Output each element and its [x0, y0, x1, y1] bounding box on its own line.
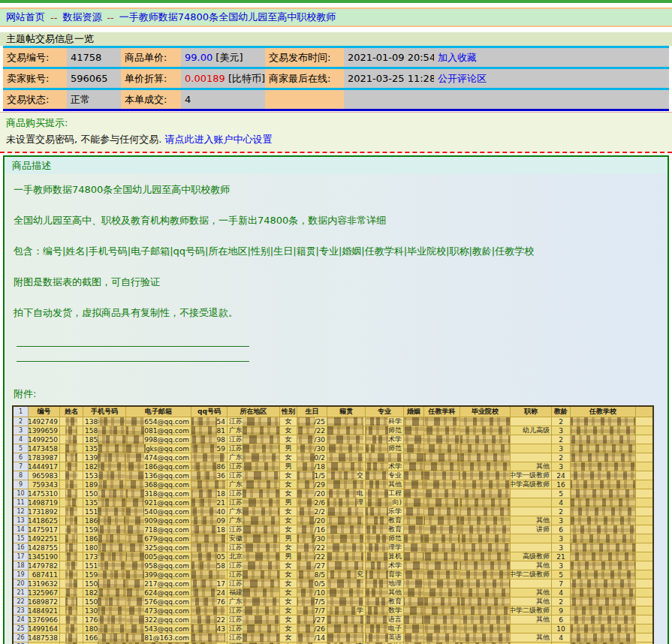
- sheet-cell: 广东: [228, 597, 280, 606]
- attachment-label: 附件:: [14, 387, 663, 401]
- sheet-cell: 1499164: [29, 624, 60, 633]
- cell-job-title: 其他: [536, 597, 550, 606]
- sheet-header-text: 毕业院校: [472, 407, 499, 417]
- cell-email: 474@qq.com: [144, 454, 189, 462]
- blurred-data-patch: [297, 498, 315, 507]
- blurred-data-patch: [297, 552, 315, 561]
- cell-gender: 女: [285, 489, 292, 498]
- add-favorite-link[interactable]: 加入收藏: [438, 51, 477, 65]
- blurred-data-patch: [366, 561, 388, 570]
- cell-teaching-years: 2: [559, 454, 563, 462]
- sheet-header-text: 编号: [38, 407, 51, 417]
- last-online-value: 2021-03-25 11:28: [344, 69, 434, 88]
- cell-qq: 59: [217, 445, 225, 453]
- blurred-data-patch: [65, 426, 77, 435]
- cell-gender: 女: [285, 579, 292, 588]
- blurred-data-patch: [98, 516, 125, 525]
- last-online-label: 商家最后在线:: [265, 69, 344, 88]
- sheet-cell: 59: [191, 444, 228, 453]
- cell-phone: 176: [85, 616, 98, 624]
- cell-region: 江苏: [229, 471, 243, 480]
- blurred-data-patch: [243, 570, 279, 579]
- cell-region: 江苏: [229, 570, 243, 579]
- blurred-data-patch: [571, 624, 635, 633]
- blurred-data-patch: [297, 453, 315, 462]
- sheet-cell: [424, 534, 460, 543]
- account-center-link[interactable]: 请点此进入账户中心设置: [165, 134, 273, 145]
- cell-region: 江苏: [229, 417, 243, 426]
- blurred-data-patch: [424, 561, 460, 570]
- cell-teaching-years: 4: [559, 589, 563, 597]
- sheet-cell: 1689872: [29, 597, 60, 606]
- blurred-data-patch: [243, 624, 279, 633]
- cell-major: 教育: [388, 525, 402, 534]
- cell-id: 1731892: [29, 508, 58, 516]
- cell-job-title: 幼儿高级: [523, 426, 550, 435]
- sheet-cell: 专业: [366, 471, 404, 480]
- sheet-cell: [511, 498, 552, 507]
- cell-job-title: 其他: [536, 462, 550, 471]
- cell-major: 术学: [388, 561, 402, 570]
- cell-qq: 36: [217, 472, 225, 480]
- blurred-data-patch: [65, 561, 77, 570]
- cell-email: 318@qq.com: [144, 490, 189, 498]
- blurred-data-patch: [98, 498, 125, 507]
- sheet-header-text: 教龄: [554, 407, 568, 417]
- sheet-cell: [511, 543, 552, 552]
- cell-major: 向): [392, 498, 402, 507]
- cell-major: 师范: [388, 534, 402, 543]
- blurred-data-patch: [327, 534, 363, 543]
- sheet-cell: 4: [552, 588, 571, 597]
- blurred-data-patch: [424, 570, 460, 579]
- sheet-cell: 其他: [511, 561, 552, 570]
- blurred-data-patch: [297, 489, 315, 498]
- description-paragraph: 包含：编号|姓名|手机号码|电子邮箱|qq号码|所在地区|性别|生日|籍贯|专业…: [14, 245, 663, 257]
- cell-teaching-years: 9: [559, 607, 563, 615]
- blurred-data-patch: [191, 579, 217, 588]
- blurred-data-patch: [404, 417, 423, 426]
- sheet-cell: [424, 624, 460, 633]
- cell-qq: 24: [217, 589, 225, 597]
- sheet-cell: 18: [191, 489, 228, 498]
- sheet-cell: 135: [83, 498, 126, 507]
- sheet-cell: 江苏: [228, 543, 280, 552]
- cell-phone: 166: [85, 634, 98, 642]
- blurred-data-patch: [571, 489, 635, 498]
- cell-teaching-years: 10: [556, 625, 565, 633]
- blurred-data-patch: [297, 417, 315, 426]
- blurred-data-patch: [243, 633, 279, 642]
- sheet-row-number: 13: [14, 516, 29, 525]
- sheet-cell: [571, 453, 636, 462]
- sheet-cell: 86: [191, 462, 228, 471]
- sheet-cell: [571, 507, 636, 516]
- cell-major: 英语: [388, 633, 402, 642]
- sheet-cell: [60, 552, 83, 561]
- blurred-data-patch: [571, 534, 635, 543]
- blurred-data-patch: [404, 561, 423, 570]
- sheet-cell: [511, 579, 552, 588]
- sheet-cell: [424, 426, 460, 435]
- sheet-cell: 理: [327, 498, 366, 507]
- sheet-header-cell: 编号: [29, 407, 60, 417]
- sheet-cell: [460, 444, 511, 453]
- sheet-cell: 182: [83, 462, 126, 471]
- blurred-data-patch: [366, 480, 388, 489]
- cell-region: 江苏: [229, 498, 243, 507]
- sheet-cell: 576@qq.com: [126, 597, 191, 606]
- trade-info-header: 主题帖交易信息一览: [0, 32, 672, 46]
- cell-birthday: /30: [315, 535, 325, 543]
- cell-gender: 女: [285, 525, 292, 534]
- sheet-cell: 176: [83, 615, 126, 624]
- cell-major: 地理: [388, 579, 402, 588]
- public-comments-link[interactable]: 公开评论区: [438, 72, 487, 86]
- cell-major: 师范: [388, 444, 402, 453]
- sheet-header-text: 职称: [524, 407, 538, 417]
- breadcrumb-section-link[interactable]: 数据资源: [62, 11, 101, 24]
- sheet-cell: 4: [552, 633, 571, 642]
- cell-birthday: /20: [315, 490, 325, 498]
- breadcrumb-home-link[interactable]: 网站首页: [6, 11, 45, 24]
- blurred-data-patch: [424, 435, 460, 444]
- sheet-cell: [460, 417, 511, 426]
- sheet-cell: 其他: [511, 597, 552, 606]
- purchase-notice-title: 商品购买提示:: [6, 116, 666, 130]
